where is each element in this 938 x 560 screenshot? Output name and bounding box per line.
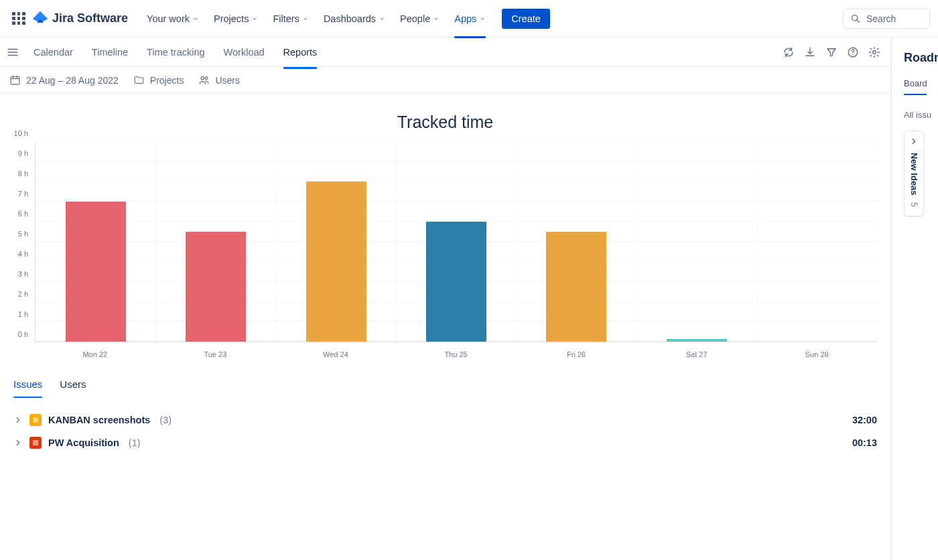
chevron-down-icon [192, 15, 199, 22]
refresh-icon[interactable] [779, 43, 798, 62]
search-placeholder: Search [866, 13, 896, 24]
users-icon [198, 74, 210, 86]
calendar-icon [9, 74, 21, 86]
nav-people[interactable]: People [393, 9, 446, 28]
date-range-text: 22 Aug – 28 Aug 2022 [26, 75, 119, 86]
chevron-down-icon [379, 15, 385, 22]
issue-time: 00:13 [852, 437, 877, 448]
y-tick: 2 h [18, 290, 28, 298]
filter-icon[interactable] [822, 43, 841, 62]
project-icon [29, 437, 42, 449]
svg-point-4 [873, 50, 876, 54]
lower-tab-users[interactable]: Users [60, 374, 86, 394]
chart-bar [66, 202, 126, 342]
project-icon [29, 414, 42, 426]
right-panel-title: Roadm [892, 38, 938, 65]
create-button[interactable]: Create [502, 9, 550, 29]
right-panel-card-count: 5 [909, 202, 919, 207]
y-tick: 6 h [18, 210, 28, 218]
svg-point-6 [201, 76, 204, 80]
chevron-down-icon [433, 15, 440, 22]
chart-bar [186, 232, 246, 342]
svg-line-1 [857, 20, 859, 22]
issue-count: (1) [129, 437, 141, 448]
chevron-right-icon [909, 137, 919, 146]
jira-logo-icon [32, 11, 48, 27]
subtab-time-tracking[interactable]: Time tracking [139, 43, 212, 62]
folder-icon [133, 74, 145, 86]
chevron-down-icon [251, 15, 258, 22]
y-tick: 1 h [18, 310, 28, 318]
subtab-reports[interactable]: Reports [275, 43, 326, 62]
issue-count: (3) [159, 415, 172, 425]
subtab-workload[interactable]: Workload [216, 43, 273, 62]
issue-name: KANBAN screenshots [48, 415, 150, 425]
chart-bar [426, 222, 486, 342]
issue-row[interactable]: KANBAN screenshots(3)32:00 [13, 409, 877, 431]
y-tick: 5 h [18, 230, 28, 238]
svg-point-0 [852, 15, 858, 20]
svg-rect-5 [11, 77, 19, 84]
x-label: Wed 24 [323, 350, 348, 358]
x-label: Fri 26 [567, 350, 586, 358]
app-switcher-icon[interactable] [11, 11, 27, 27]
x-label: Mon 22 [82, 350, 107, 358]
search-input[interactable]: Search [843, 9, 930, 29]
y-tick: 7 h [18, 190, 28, 198]
chart-title: Tracked time [0, 113, 890, 132]
chart-bar [306, 182, 366, 342]
search-icon [850, 13, 861, 24]
issue-time: 32:00 [852, 415, 877, 425]
lower-tab-issues[interactable]: Issues [13, 374, 42, 394]
chevron-down-icon [479, 15, 486, 22]
nav-dashboards[interactable]: Dashboards [317, 9, 392, 28]
menu-icon[interactable] [7, 46, 19, 58]
x-label: Sun 28 [805, 350, 829, 358]
nav-apps[interactable]: Apps [448, 9, 492, 28]
issue-name: PW Acquisition [48, 437, 119, 448]
svg-rect-9 [33, 440, 38, 445]
projects-filter-label: Projects [150, 75, 184, 86]
x-label: Tue 23 [204, 350, 226, 358]
y-tick: 8 h [18, 169, 28, 178]
users-filter-label: Users [215, 75, 240, 86]
right-panel-tab-board[interactable]: Board [892, 78, 938, 88]
nav-filters[interactable]: Filters [266, 9, 315, 28]
y-tick: 0 h [18, 330, 28, 338]
y-tick: 3 h [18, 270, 28, 278]
right-panel-card[interactable]: New Ideas 5 [904, 131, 924, 216]
y-tick: 9 h [18, 149, 28, 157]
help-icon[interactable] [844, 43, 862, 62]
jira-logo[interactable]: Jira Software [32, 11, 128, 27]
tracked-time-chart: 0 h1 h2 h3 h4 h5 h6 h7 h8 h9 h10 h Mon 2… [8, 141, 877, 362]
date-range-picker[interactable]: 22 Aug – 28 Aug 2022 [9, 74, 119, 86]
x-label: Thu 25 [444, 350, 467, 358]
right-panel-card-title: New Ideas [909, 153, 919, 196]
svg-rect-8 [33, 417, 38, 423]
y-tick: 10 h [14, 129, 28, 137]
issue-row[interactable]: PW Acquisition(1)00:13 [13, 431, 877, 454]
subtab-timeline[interactable]: Timeline [84, 43, 136, 62]
projects-filter[interactable]: Projects [133, 74, 184, 86]
x-label: Sat 27 [686, 350, 708, 358]
chart-bar [667, 339, 727, 342]
chevron-right-icon [13, 415, 23, 425]
right-panel-all-issues[interactable]: All issu [904, 110, 938, 120]
nav-projects[interactable]: Projects [207, 9, 265, 28]
subtab-calendar[interactable]: Calendar [25, 43, 81, 62]
settings-icon[interactable] [865, 43, 884, 62]
nav-your-work[interactable]: Your work [140, 9, 206, 28]
y-tick: 4 h [18, 250, 28, 258]
users-filter[interactable]: Users [198, 74, 240, 86]
brand-name: Jira Software [52, 11, 128, 25]
svg-point-3 [852, 54, 854, 56]
download-icon[interactable] [801, 43, 819, 62]
svg-point-7 [206, 77, 208, 80]
chevron-down-icon [302, 15, 309, 22]
chevron-right-icon [13, 438, 23, 447]
chart-bar [546, 232, 606, 342]
